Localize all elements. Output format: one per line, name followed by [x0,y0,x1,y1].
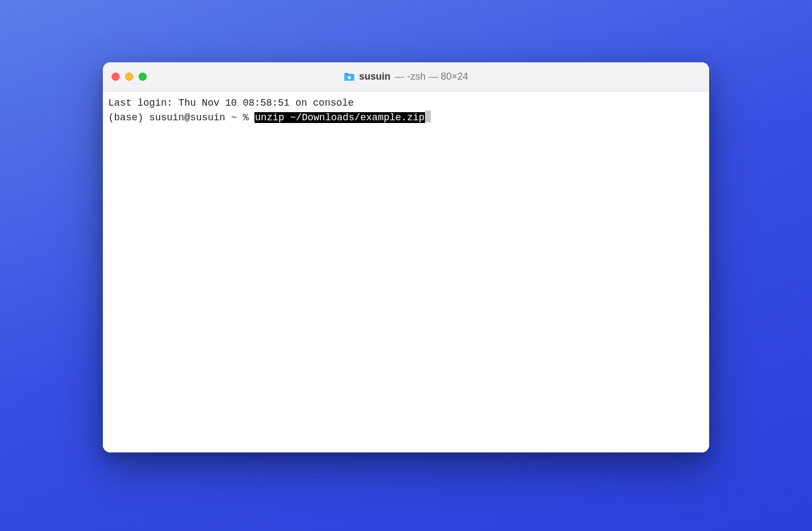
command-text[interactable]: unzip ~/Downloads/example.zip [254,112,425,123]
cursor [425,111,431,122]
window-controls [112,73,147,81]
terminal-body[interactable]: Last login: Thu Nov 10 08:58:51 on conso… [103,92,709,452]
last-login-line: Last login: Thu Nov 10 08:58:51 on conso… [108,96,704,111]
folder-icon [344,73,355,81]
zoom-button[interactable] [139,73,147,81]
terminal-window: susuin — -zsh — 80×24 Last login: Thu No… [103,62,709,452]
minimize-button[interactable] [125,73,133,81]
shell-prompt: (base) susuin@susuin ~ % [108,112,254,123]
title-process-info: — -zsh — 80×24 [395,71,468,82]
window-title: susuin — -zsh — 80×24 [344,71,468,82]
svg-rect-0 [348,76,351,79]
close-button[interactable] [112,73,120,81]
title-folder-name: susuin [359,71,390,82]
title-bar[interactable]: susuin — -zsh — 80×24 [103,62,709,92]
prompt-line[interactable]: (base) susuin@susuin ~ % unzip ~/Downloa… [108,111,704,125]
